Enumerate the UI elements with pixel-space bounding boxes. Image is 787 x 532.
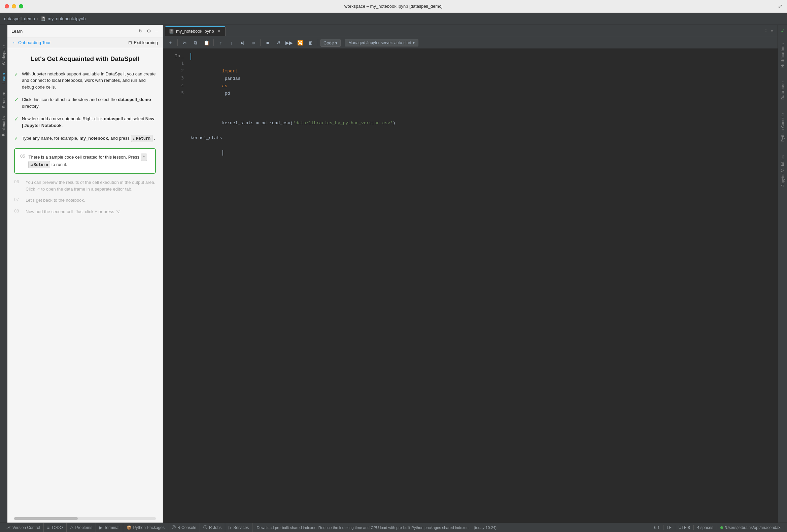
- in-prompt: In _: [163, 52, 187, 60]
- sidebar-label-notifications[interactable]: Notifications: [781, 43, 785, 68]
- back-to-onboarding[interactable]: ← Onboarding Tour: [12, 40, 51, 45]
- server-label: Managed Jupyter server: auto-start: [348, 40, 411, 45]
- status-version-control[interactable]: ⎇ Version Control: [3, 523, 44, 532]
- future-step-2: 07 Let's get back to the notebook.: [14, 197, 156, 204]
- minimize-panel-icon[interactable]: −: [154, 28, 158, 34]
- exit-learning-button[interactable]: ⊡ Exit learning: [128, 40, 158, 45]
- run-cell-text-btn[interactable]: ▶|: [238, 38, 247, 47]
- code-line-3: kernel_stats = pd.read_csv('data/librari…: [191, 112, 773, 134]
- cut-btn[interactable]: ✂: [180, 38, 190, 47]
- minimize-button[interactable]: [12, 4, 16, 8]
- toolbar-sep-4: [318, 39, 318, 46]
- paste-btn[interactable]: 📋: [201, 38, 211, 47]
- future-text-3: Now add the second cell. Just click + or…: [26, 208, 121, 215]
- list-icon: ≡: [47, 525, 49, 530]
- r-jobs-icon: Ⓡ: [203, 525, 207, 530]
- r-console-icon: Ⓡ: [172, 525, 176, 530]
- future-num-2: 07: [14, 197, 22, 204]
- sidebar-label-jupyter-vars[interactable]: Jupyter Variables: [781, 155, 785, 187]
- refresh-icon[interactable]: ↻: [138, 28, 143, 34]
- future-text-1: You can preview the results of the cell …: [26, 179, 156, 192]
- learn-item-2: ✓ Click this icon to attach a directory …: [14, 96, 156, 109]
- restart-btn[interactable]: ↺: [274, 38, 283, 47]
- status-problems[interactable]: ⚠ Problems: [67, 523, 96, 532]
- step-box-header: 05 There is a sample code cell created f…: [20, 153, 150, 168]
- toolbar-sep-1: [177, 39, 178, 46]
- ln-2: 2: [163, 67, 187, 75]
- tab-close-icon[interactable]: ✕: [217, 29, 220, 33]
- add-cell-btn[interactable]: ＋: [166, 38, 175, 47]
- close-button[interactable]: [5, 4, 9, 8]
- learn-header-icons: ↻ ⚙ −: [138, 28, 158, 34]
- terminal-icon: ▶: [99, 525, 102, 530]
- learn-panel: Learn ↻ ⚙ − ← Onboarding Tour ⊡ Exit lea…: [7, 25, 163, 523]
- cell-type-select[interactable]: Code ▾: [320, 39, 341, 47]
- line-ending-label: LF: [667, 525, 672, 530]
- warning-icon: ⚠: [70, 525, 74, 530]
- title-bar-right-icon[interactable]: ⤢: [778, 3, 782, 9]
- check-icon-1: ✓: [14, 71, 19, 78]
- delete-btn[interactable]: 🗑: [306, 38, 315, 47]
- status-encoding[interactable]: UTF-8: [675, 525, 694, 530]
- status-line-ending[interactable]: LF: [663, 525, 675, 530]
- status-terminal[interactable]: ▶ Terminal: [96, 523, 123, 532]
- tab-overflow-icon[interactable]: ⋮: [763, 28, 768, 34]
- settings-icon[interactable]: ⚙: [146, 28, 152, 34]
- services-icon: ▷: [229, 525, 232, 530]
- ln-4: 4: [163, 82, 187, 89]
- maximize-button[interactable]: [19, 4, 23, 8]
- future-num-1: 06: [14, 179, 22, 192]
- sidebar-label-database[interactable]: Database: [781, 81, 785, 100]
- learn-item-text-3: Now let's add a new notebook. Right-clic…: [22, 115, 156, 129]
- code-line-2: [191, 105, 773, 112]
- editor-tab-notebook[interactable]: 📓 my_notebook.ipynb ✕: [165, 26, 226, 36]
- status-interpreter[interactable]: /Users/jetbrains/opt/anaconda3: [717, 525, 784, 530]
- gutter: In _ 1 2 3 4 5: [163, 49, 187, 523]
- content-area: Workspace Learn Structure Bookmarks Lear…: [0, 25, 787, 523]
- status-python-packages[interactable]: 📦 Python Packages: [123, 523, 168, 532]
- status-todo[interactable]: ≡ TODO: [44, 523, 66, 532]
- run-all-btn[interactable]: ⊞: [249, 38, 258, 47]
- status-r-jobs[interactable]: Ⓡ R Jobs: [200, 523, 225, 532]
- learn-item-3: ✓ Now let's add a new notebook. Right-cl…: [14, 115, 156, 129]
- sidebar-item-structure[interactable]: Structure: [2, 91, 6, 108]
- run-all-cells-btn[interactable]: ▶▶: [284, 38, 294, 47]
- status-indent[interactable]: 4 spaces: [694, 525, 717, 530]
- problems-label: Problems: [76, 525, 92, 530]
- breadcrumb-file[interactable]: my_notebook.ipynb: [48, 16, 86, 21]
- interpreter-dot: [720, 526, 723, 529]
- sidebar-item-learn[interactable]: Learn: [2, 73, 6, 84]
- learn-scrollbar[interactable]: [14, 517, 156, 520]
- editor-tabs: 📓 my_notebook.ipynb ✕ ⋮ »: [163, 25, 778, 37]
- breadcrumb-project[interactable]: dataspell_demo: [4, 16, 35, 21]
- code-content[interactable]: import pandas as pd kernel_stats = pd.re…: [187, 49, 778, 523]
- status-position[interactable]: 6:1: [651, 525, 663, 530]
- code-editor[interactable]: In _ 1 2 3 4 5 import pandas: [163, 49, 778, 523]
- copy-btn[interactable]: ⧉: [191, 38, 200, 47]
- future-num-3: 08: [14, 208, 22, 215]
- status-services[interactable]: ▷ Services: [225, 523, 253, 532]
- back-label: Onboarding Tour: [18, 40, 51, 45]
- move-up-btn[interactable]: ↑: [216, 38, 226, 47]
- position-label: 6:1: [654, 525, 660, 530]
- breadcrumb-sep: ›: [37, 17, 38, 21]
- interrupt-btn[interactable]: ■: [263, 38, 272, 47]
- jupyter-server-btn[interactable]: Managed Jupyter server: auto-start ▾: [345, 39, 419, 46]
- tab-name: my_notebook.ipynb: [176, 29, 214, 34]
- sidebar-item-bookmarks[interactable]: Bookmarks: [2, 116, 6, 136]
- window-title: workspace – my_notebook.ipynb [dataspell…: [344, 4, 443, 9]
- cell-active-bar: [191, 53, 773, 60]
- move-down-btn[interactable]: ↓: [227, 38, 236, 47]
- learn-panel-title: Learn: [12, 29, 23, 34]
- clear-btn[interactable]: 🔀: [295, 38, 305, 47]
- terminal-label: Terminal: [104, 525, 119, 530]
- future-step-3: 08 Now add the second cell. Just click +…: [14, 208, 156, 215]
- status-r-console[interactable]: Ⓡ R Console: [168, 523, 200, 532]
- step-number: 05: [20, 153, 25, 158]
- notebook-tab-icon: 📓: [169, 29, 174, 34]
- tab-expand-icon[interactable]: »: [771, 28, 773, 33]
- sidebar-item-workspace[interactable]: Workspace: [2, 45, 6, 65]
- tab-actions: ⋮ »: [763, 28, 775, 34]
- ln-3: 3: [163, 75, 187, 82]
- sidebar-label-python-console[interactable]: Python Console: [781, 113, 785, 142]
